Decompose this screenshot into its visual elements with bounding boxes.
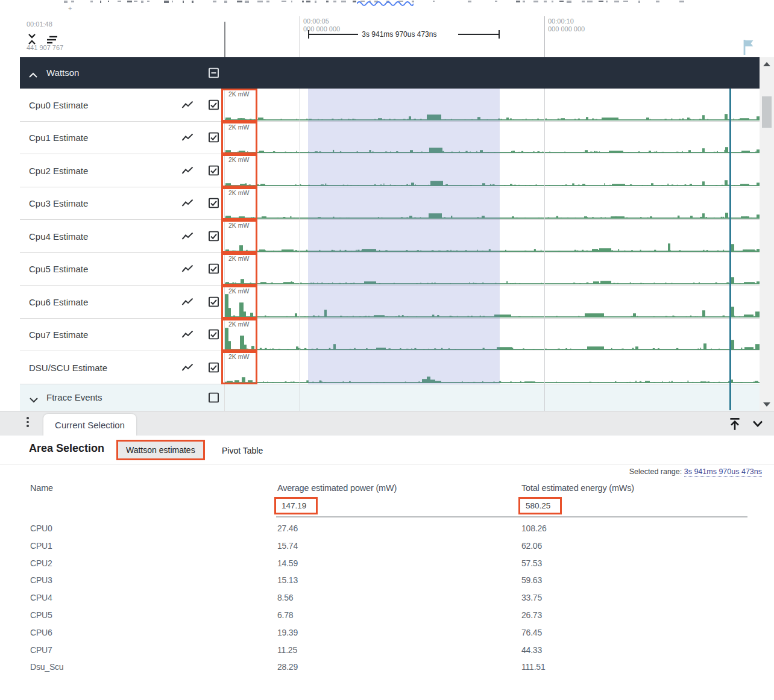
- cell-avg-power: 6.78: [277, 610, 293, 620]
- vertical-scrollbar[interactable]: [760, 57, 774, 411]
- track-checkbox-checked[interactable]: [209, 264, 219, 274]
- selection-duration-label: 3s 941ms 970us 473ns: [358, 30, 440, 39]
- table-row: CPU115.7462.06: [0, 538, 774, 555]
- track-row[interactable]: Cpu2 Estimate2K mW: [20, 154, 760, 187]
- tab-current-selection[interactable]: Current Selection: [43, 414, 136, 436]
- group-title: Ftrace Events: [46, 392, 102, 402]
- cell-avg-power: 28.29: [277, 662, 298, 672]
- track-row[interactable]: Cpu3 Estimate2K mW: [20, 187, 760, 220]
- cell-total-energy: 108.26: [521, 523, 547, 533]
- chart-line-icon: [181, 264, 194, 273]
- track-label: Cpu4 Estimate: [29, 231, 88, 241]
- cell-avg-power: 8.56: [277, 593, 293, 602]
- table-row: CPU214.5957.53: [0, 555, 774, 573]
- timeline-ruler[interactable]: 00:01:48 441 907 767 + 00:00:05000 000 0…: [0, 0, 774, 57]
- track-content[interactable]: 2K mW: [224, 319, 760, 351]
- chevron-down-icon[interactable]: [29, 395, 39, 405]
- track-content[interactable]: 2K mW: [224, 351, 760, 384]
- table-row: Dsu_Scu28.29111.51: [0, 659, 774, 677]
- track-group-wattson[interactable]: Wattson: [20, 57, 760, 89]
- cell-name: CPU6: [30, 628, 52, 637]
- expand-panel-to-top-icon[interactable]: [727, 416, 743, 432]
- total-avg-power: 147.19: [276, 499, 316, 513]
- waveform: [224, 122, 760, 154]
- chevron-up-icon[interactable]: [28, 70, 38, 81]
- group-checkbox-indeterminate[interactable]: [209, 68, 219, 78]
- panel-heading: Area Selection: [29, 442, 104, 455]
- track-checkbox-checked[interactable]: [209, 198, 219, 208]
- tab-label: Current Selection: [55, 420, 125, 430]
- scrollbar-up-button[interactable]: [760, 58, 774, 69]
- cell-avg-power: 27.46: [277, 523, 298, 533]
- track-row[interactable]: Cpu6 Estimate2K mW: [20, 286, 760, 319]
- track-row[interactable]: Cpu0 Estimate2K mW: [20, 89, 760, 122]
- spellcheck-squiggle-underline: [357, 0, 414, 6]
- track-label: Cpu7 Estimate: [29, 330, 88, 340]
- time-gridline-tick: [544, 16, 545, 57]
- track-content[interactable]: 2K mW: [224, 187, 760, 220]
- time-gridline-tick: [300, 16, 300, 57]
- table-row: CPU619.3976.45: [0, 625, 774, 642]
- track-checkbox-checked[interactable]: [209, 330, 219, 340]
- track-content[interactable]: 2K mW: [224, 154, 760, 187]
- cell-name: CPU1: [30, 541, 52, 551]
- track-row[interactable]: Cpu4 Estimate2K mW: [20, 220, 760, 253]
- cell-name: CPU4: [30, 593, 52, 602]
- track-label: Cpu2 Estimate: [29, 165, 88, 175]
- selected-range-link[interactable]: 3s 941ms 970us 473ns: [684, 467, 762, 477]
- chart-line-icon: [181, 297, 194, 307]
- track-content[interactable]: 2K mW: [224, 253, 760, 286]
- track-checkbox-checked[interactable]: [209, 133, 219, 143]
- track-row[interactable]: DSU/SCU Estimate2K mW: [20, 351, 760, 384]
- track-label: DSU/SCU Estimate: [29, 362, 107, 372]
- cell-avg-power: 15.13: [277, 575, 298, 585]
- tab-wattson-estimates[interactable]: Wattson estimates: [118, 442, 203, 458]
- track-group-ftrace-events[interactable]: Ftrace Events: [20, 384, 760, 411]
- track-content[interactable]: 2K mW: [224, 220, 760, 252]
- track-content[interactable]: 2K mW: [224, 286, 760, 318]
- selected-range-label: Selected range:: [629, 467, 684, 476]
- waveform: [224, 187, 760, 220]
- tick-time-sub: 000 000 000: [548, 25, 585, 33]
- track-checkbox-checked[interactable]: [209, 296, 219, 307]
- track-content[interactable]: 2K mW: [224, 89, 760, 121]
- scrollbar-thumb[interactable]: [762, 96, 772, 128]
- waveform: [224, 286, 760, 318]
- cell-total-energy: 76.45: [521, 628, 542, 637]
- collapse-all-tracks-icon[interactable]: [27, 33, 37, 48]
- track-checkbox-checked[interactable]: [209, 165, 219, 175]
- time-gridline: [300, 89, 300, 411]
- group-checkbox-empty[interactable]: [209, 392, 219, 402]
- tab-pivot-table[interactable]: Pivot Table: [222, 446, 263, 455]
- cell-name: CPU0: [30, 523, 52, 533]
- offset-time-primary: 00:01:48: [27, 20, 63, 28]
- tick-time: 00:00:10: [548, 17, 585, 25]
- bracket-right-tick: [499, 30, 500, 39]
- details-tab-bar: Current Selection: [0, 411, 774, 436]
- track-row[interactable]: Cpu5 Estimate2K mW: [20, 253, 760, 286]
- table-column-header: Average estimated power (mW): [277, 483, 397, 493]
- cell-total-energy: 59.63: [521, 575, 542, 585]
- waveform: [224, 351, 760, 384]
- overflow-menu-icon[interactable]: [27, 417, 29, 429]
- timeline-body[interactable]: Wattson Cpu0 Estimate2K mWCpu1 Estimate2…: [0, 57, 774, 411]
- table-row: CPU315.1359.63: [0, 572, 774, 590]
- sort-tracks-icon[interactable]: [45, 35, 58, 47]
- time-tick-label: 00:00:10000 000 000: [548, 17, 585, 33]
- track-row[interactable]: Cpu1 Estimate2K mW: [20, 122, 760, 155]
- selection-duration-bracket: 3s 941ms 970us 473ns: [308, 30, 500, 39]
- track-label: Cpu0 Estimate: [29, 99, 88, 110]
- collapse-panel-chevron-down-icon[interactable]: [751, 420, 764, 428]
- details-panel: Area Selection Wattson estimates Pivot T…: [0, 436, 774, 700]
- selected-range: Selected range: 3s 941ms 970us 473ns: [629, 467, 762, 476]
- flag-marker-icon[interactable]: [742, 39, 755, 58]
- track-checkbox-checked[interactable]: [209, 231, 219, 241]
- track-checkbox-checked[interactable]: [209, 99, 219, 110]
- track-label: Cpu3 Estimate: [29, 198, 88, 208]
- track-content[interactable]: 2K mW: [224, 122, 760, 154]
- cell-total-energy: 111.51: [521, 662, 546, 672]
- track-row[interactable]: Cpu7 Estimate2K mW: [20, 319, 760, 352]
- track-checkbox-checked[interactable]: [209, 362, 219, 372]
- scrollbar-down-button[interactable]: [760, 399, 774, 410]
- track-label: Cpu6 Estimate: [29, 296, 88, 307]
